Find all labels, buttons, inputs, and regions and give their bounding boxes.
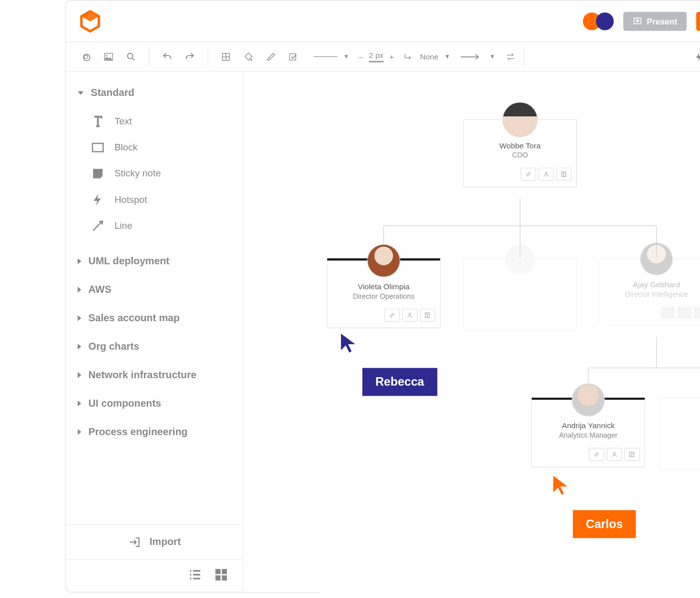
- image-button[interactable]: [98, 46, 120, 67]
- svg-rect-11: [216, 576, 220, 581]
- shape-hotspot[interactable]: Hotspot: [90, 187, 231, 213]
- node-name: Violeta Olimpia: [332, 282, 435, 291]
- play-icon: [632, 16, 642, 26]
- library-aws[interactable]: AWS: [78, 275, 231, 304]
- fill-button[interactable]: [238, 46, 260, 67]
- edit-action[interactable]: [556, 168, 572, 181]
- node-title: Director Operations: [332, 292, 435, 301]
- avatar: [367, 244, 400, 277]
- presence-dot: [596, 12, 614, 30]
- swap-icon: [506, 51, 516, 62]
- svg-point-17: [614, 453, 616, 455]
- present-label: Present: [647, 16, 678, 26]
- shape-label: Line: [114, 220, 132, 231]
- redo-button[interactable]: [179, 46, 200, 67]
- library-sales[interactable]: Sales account map: [78, 304, 231, 332]
- person-action[interactable]: [538, 168, 554, 181]
- arrow-icon: [460, 53, 484, 60]
- library-orgcharts[interactable]: Org charts: [78, 332, 231, 361]
- person-icon: [406, 312, 413, 319]
- org-node-root[interactable]: Wobbe Tora CDO: [463, 119, 577, 187]
- stroke-decrease[interactable]: –: [358, 52, 363, 61]
- org-node[interactable]: Ajay Gebhard Director Intelligence: [600, 258, 700, 325]
- list-icon: [188, 567, 203, 583]
- link-action[interactable]: [384, 309, 400, 322]
- connector-style-picker[interactable]: None ▼: [398, 51, 455, 62]
- shape-sticky[interactable]: Sticky note: [90, 160, 231, 186]
- library-label: Org charts: [88, 341, 140, 353]
- hotspot-icon: [90, 192, 104, 206]
- node-name: Ajay Gebhard: [605, 280, 700, 289]
- library-standard[interactable]: Standard: [78, 81, 231, 104]
- shape-block[interactable]: Block: [90, 134, 231, 160]
- link-action[interactable]: [589, 448, 604, 461]
- library-process[interactable]: Process engineering: [78, 418, 231, 446]
- library-network[interactable]: Network infrastructure: [78, 361, 231, 389]
- library-label: Sales account map: [88, 312, 180, 324]
- org-node-placeholder[interactable]: [659, 398, 700, 470]
- edit-icon: [424, 312, 431, 319]
- undo-icon: [162, 51, 172, 62]
- redo-icon: [184, 51, 195, 62]
- shape-label: Sticky note: [114, 168, 161, 179]
- undo-button[interactable]: [156, 46, 178, 67]
- person-action[interactable]: [402, 309, 418, 322]
- library-ui[interactable]: UI components: [78, 389, 231, 418]
- share-button[interactable]: Share: [696, 11, 700, 30]
- stroke-increase[interactable]: +: [390, 52, 394, 61]
- chevron-right-icon: [78, 429, 81, 435]
- edit-action[interactable]: [420, 309, 436, 322]
- actions-placeholder: [605, 307, 700, 319]
- avatar-placeholder: [505, 244, 534, 274]
- node-name: Andrija Yannick: [536, 421, 640, 430]
- shape-text[interactable]: Text: [90, 108, 231, 134]
- line-icon: [90, 219, 104, 233]
- svg-rect-10: [222, 569, 227, 574]
- bolt-button[interactable]: [688, 46, 700, 67]
- edit-action[interactable]: [624, 448, 640, 461]
- arrow-style-picker[interactable]: ▼: [455, 53, 500, 60]
- person-icon: [611, 451, 618, 458]
- svg-rect-8: [92, 143, 103, 152]
- pen-button[interactable]: [260, 46, 282, 67]
- search-button[interactable]: [120, 46, 142, 67]
- canvas[interactable]: Wobbe Tora CDO Violeta Olimpia Director …: [244, 72, 700, 592]
- org-node[interactable]: Andrija Yannick Analytics Manager: [532, 398, 646, 468]
- list-view-button[interactable]: [188, 567, 203, 585]
- shape-label: Hotspot: [114, 194, 147, 205]
- edit-icon: [628, 451, 636, 458]
- present-button[interactable]: Present: [623, 11, 686, 30]
- grid-view-button[interactable]: [214, 567, 229, 585]
- import-button[interactable]: Import: [66, 525, 244, 560]
- svg-rect-12: [222, 576, 227, 581]
- chevron-right-icon: [78, 344, 81, 350]
- line-style-picker[interactable]: ▼: [314, 53, 349, 60]
- link-action[interactable]: [520, 168, 536, 181]
- library-label: Network infrastructure: [88, 369, 196, 381]
- checklist-button[interactable]: [283, 46, 304, 67]
- shape-label: Block: [114, 142, 138, 153]
- search-icon: [126, 51, 136, 62]
- node-title: Analytics Manager: [536, 431, 640, 440]
- presence-indicators[interactable]: [583, 12, 614, 30]
- svg-rect-6: [290, 53, 296, 59]
- library-uml[interactable]: UML deployment: [78, 247, 231, 276]
- stroke-width-value[interactable]: 2 px: [369, 51, 384, 62]
- grid-view-icon: [214, 567, 229, 583]
- settings-button[interactable]: [76, 46, 97, 67]
- block-icon: [90, 140, 104, 154]
- svg-point-13: [546, 172, 548, 174]
- library-label: UI components: [88, 398, 162, 410]
- cursor-label-carlos: Carlos: [573, 510, 636, 538]
- grid-button[interactable]: [216, 46, 237, 67]
- link-icon: [525, 171, 532, 178]
- org-node-placeholder[interactable]: [463, 258, 577, 331]
- swap-button[interactable]: [500, 46, 522, 67]
- remote-cursor-rebecca: [340, 332, 356, 354]
- sidebar: Standard Text Block Sticky note Hotspot: [66, 72, 244, 592]
- toolbar: ▼ – 2 px + None ▼ ▼: [66, 42, 700, 71]
- org-node[interactable]: Violeta Olimpia Director Operations: [326, 258, 440, 328]
- person-action[interactable]: [606, 448, 622, 461]
- shape-line[interactable]: Line: [90, 213, 231, 239]
- app-logo: [78, 8, 102, 33]
